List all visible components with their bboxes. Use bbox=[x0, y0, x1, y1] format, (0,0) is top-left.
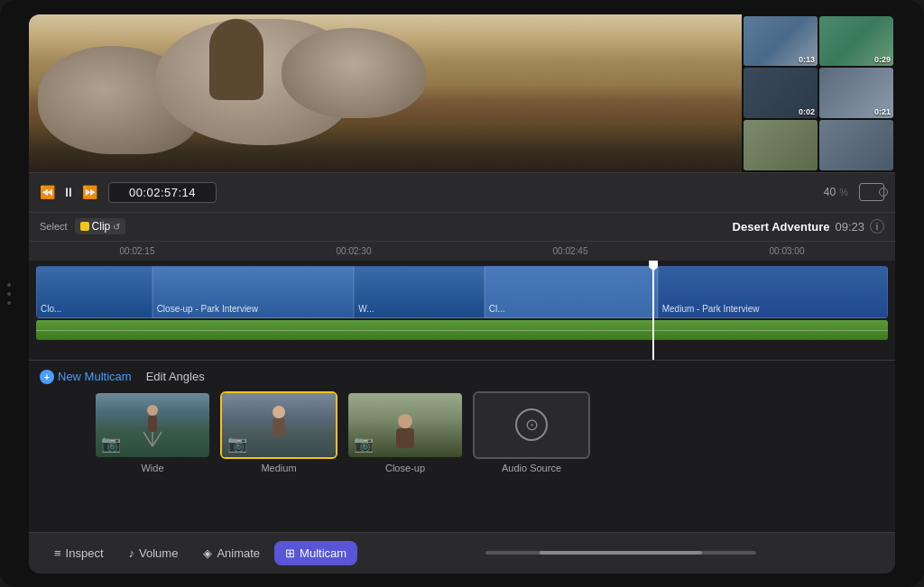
playhead[interactable] bbox=[652, 261, 654, 360]
clip-selector[interactable]: Clip ↺ bbox=[75, 218, 126, 234]
clip-segment-3[interactable]: W... bbox=[354, 266, 484, 318]
clip-label-3: W... bbox=[358, 304, 374, 314]
side-dots bbox=[7, 283, 11, 305]
volume-label: Volume bbox=[139, 546, 178, 560]
audio-record-icon: ⊙ bbox=[525, 415, 539, 435]
angle-item-audio: ⊙ Audio Source bbox=[473, 391, 590, 473]
person-svg-medium bbox=[265, 403, 292, 448]
thumbnail-1[interactable]: 0:13 bbox=[744, 16, 818, 67]
transport-controls: ⏪ ⏸ ⏩ bbox=[40, 185, 97, 199]
scrollbar-track[interactable] bbox=[485, 551, 756, 555]
thumb-row-2: 0:02 0:21 bbox=[744, 68, 893, 118]
ruler-mark-2: 00:02:30 bbox=[245, 246, 462, 256]
camera-off-icon-wide: 📷 bbox=[101, 434, 121, 454]
inspect-button[interactable]: ≡ Inspect bbox=[43, 541, 115, 565]
camera-off-icon-closeup: 📷 bbox=[354, 434, 374, 454]
ruler-mark-1: 00:02:15 bbox=[29, 246, 245, 256]
transport-bar: ⏪ ⏸ ⏩ 00:02:57:14 40 % bbox=[29, 172, 895, 212]
angle-label-medium: Medium bbox=[261, 463, 296, 473]
new-multicam-button[interactable]: + New Multicam bbox=[40, 370, 132, 384]
person-silhouette bbox=[209, 19, 263, 100]
project-duration: 09:23 bbox=[835, 220, 864, 234]
scrollbar-container bbox=[361, 551, 881, 555]
angle-thumb-medium[interactable]: 📷 bbox=[220, 391, 337, 459]
multicam-button[interactable]: ⊞ Multicam bbox=[274, 541, 357, 565]
clip-segment-2[interactable]: Close-up - Park Interview bbox=[152, 266, 355, 318]
clip-segment-1[interactable]: Clo... bbox=[36, 266, 152, 318]
ruler-marks: 00:02:15 00:02:30 00:02:45 00:03:00 bbox=[29, 246, 895, 256]
angle-item-closeup: 📷 Close-up bbox=[346, 391, 464, 473]
clip-segment-5[interactable]: Medium - Park Interview bbox=[658, 266, 888, 318]
top-section: 0:13 0:29 0:02 0:21 bbox=[29, 14, 895, 172]
bottom-toolbar: ≡ Inspect ♪ Volume ◈ Animate ⊞ Multicam bbox=[29, 532, 895, 573]
svg-rect-1 bbox=[148, 416, 157, 432]
info-button[interactable]: i bbox=[870, 219, 884, 234]
ruler-mark-3: 00:02:45 bbox=[462, 246, 679, 256]
clip-label-5: Medium - Park Interview bbox=[662, 304, 760, 314]
project-info: Desert Adventure 09:23 i bbox=[733, 219, 884, 234]
inspect-icon: ≡ bbox=[54, 546, 61, 560]
thumbnail-6[interactable] bbox=[819, 120, 893, 170]
audio-track bbox=[36, 320, 888, 340]
thumb-row-1: 0:13 0:29 bbox=[744, 16, 893, 67]
thumbnail-4[interactable]: 0:21 bbox=[819, 68, 893, 118]
clip-track: Clo... Close-up - Park Interview W... Cl… bbox=[36, 266, 888, 318]
clip-label-4: Cl... bbox=[489, 304, 505, 314]
animate-button[interactable]: ◈ Animate bbox=[192, 541, 271, 565]
timeline-area: Clo... Close-up - Park Interview W... Cl… bbox=[29, 261, 895, 360]
project-title: Desert Adventure bbox=[733, 220, 830, 234]
angle-label-audio: Audio Source bbox=[502, 463, 561, 473]
fastforward-button[interactable]: ⏩ bbox=[82, 185, 97, 199]
angle-thumb-closeup[interactable]: 📷 bbox=[346, 391, 464, 459]
thumbnail-3[interactable]: 0:02 bbox=[744, 68, 818, 118]
thumb-time-3: 0:02 bbox=[799, 107, 815, 116]
volume-icon: ♪ bbox=[129, 546, 135, 560]
multicam-section: + New Multicam Edit Angles bbox=[29, 360, 895, 532]
angle-label-closeup: Close-up bbox=[385, 463, 425, 473]
clip-selector-text: Clip bbox=[92, 220, 111, 233]
svg-point-7 bbox=[398, 414, 412, 428]
animate-label: Animate bbox=[217, 546, 260, 560]
edit-angles-button[interactable]: Edit Angles bbox=[146, 370, 205, 383]
play-pause-button[interactable]: ⏸ bbox=[62, 185, 75, 199]
svg-point-0 bbox=[147, 405, 158, 416]
angle-thumbnails: 📷 Wide 📷 bbox=[40, 391, 884, 473]
angle-thumb-audio[interactable]: ⊙ bbox=[473, 391, 590, 459]
clip-label-2: Close-up - Park Interview bbox=[157, 304, 258, 314]
clip-selector-arrow: ↺ bbox=[113, 222, 120, 232]
rewind-button[interactable]: ⏪ bbox=[40, 185, 55, 199]
camera-off-icon-medium: 📷 bbox=[227, 434, 247, 454]
clip-selector-dot bbox=[80, 222, 89, 231]
select-label: Select bbox=[40, 221, 68, 232]
svg-rect-8 bbox=[396, 428, 414, 448]
video-preview bbox=[29, 14, 742, 172]
audio-circle: ⊙ bbox=[515, 408, 548, 441]
thumb-time-4: 0:21 bbox=[874, 107, 891, 116]
volume-button[interactable]: ♪ Volume bbox=[118, 541, 189, 565]
angle-thumb-wide[interactable]: 📷 bbox=[94, 391, 211, 459]
thumbnail-strip: 0:13 0:29 0:02 0:21 bbox=[742, 14, 895, 172]
scrollbar-thumb[interactable] bbox=[540, 551, 702, 555]
device-screen: 0:13 0:29 0:02 0:21 bbox=[29, 14, 895, 573]
clip-segment-4[interactable]: Cl... bbox=[485, 266, 658, 318]
svg-line-4 bbox=[152, 432, 162, 446]
thumbnail-2[interactable]: 0:29 bbox=[819, 16, 893, 67]
multicam-label: Multicam bbox=[300, 546, 346, 560]
svg-rect-6 bbox=[273, 418, 285, 436]
audio-track-line bbox=[36, 330, 888, 331]
zoom-value: 40 bbox=[824, 186, 836, 198]
fullscreen-button[interactable] bbox=[859, 183, 884, 201]
zoom-control: 40 % bbox=[824, 186, 848, 198]
timeline-header: Select Clip ↺ Desert Adventure 09:23 i bbox=[29, 212, 895, 241]
multicam-toolbar: + New Multicam Edit Angles bbox=[40, 370, 884, 384]
ruler-mark-4: 00:03:00 bbox=[679, 246, 895, 256]
timecode-ruler: 00:02:15 00:02:30 00:02:45 00:03:00 bbox=[29, 241, 895, 261]
app-frame: 0:13 0:29 0:02 0:21 bbox=[0, 0, 924, 587]
angle-item-medium: 📷 Medium bbox=[220, 391, 337, 473]
multicam-icon: ⊞ bbox=[285, 546, 295, 560]
tripod-svg bbox=[139, 403, 166, 448]
new-multicam-label: New Multicam bbox=[58, 370, 132, 383]
thumbnail-5[interactable] bbox=[744, 120, 818, 170]
person-svg-closeup bbox=[392, 414, 419, 450]
timecode-display[interactable]: 00:02:57:14 bbox=[108, 182, 217, 203]
